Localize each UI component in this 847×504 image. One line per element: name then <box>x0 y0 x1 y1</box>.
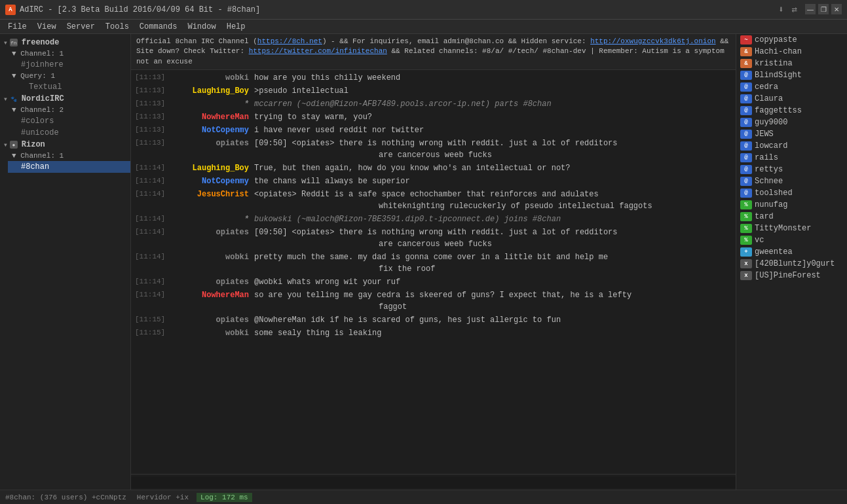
user-badge: @ <box>740 106 752 115</box>
user-badge: @ <box>740 82 752 92</box>
nick[interactable]: Laughing_Boy <box>169 85 254 97</box>
user-name: tard <box>755 212 774 221</box>
chat-line: [11:13] wobki how are you this chilly we… <box>134 71 733 84</box>
message: trying to stay warm, you? <box>254 111 732 123</box>
nick[interactable]: wobki <box>169 72 254 84</box>
window-title: AdIRC - [2.3 Beta Build 2016/04/09 64 Bi… <box>20 5 778 14</box>
user-item[interactable]: @rails <box>736 152 847 164</box>
title-bar: A AdIRC - [2.3 Beta Build 2016/04/09 64 … <box>0 0 847 20</box>
freenode-query-group: ▼ Query: 1 <box>8 71 130 81</box>
nick[interactable]: wobki <box>169 327 254 339</box>
message: the chans will always be superior <box>254 175 732 187</box>
timestamp: [11:13] <box>135 111 169 122</box>
message: @wobki whats wrong wit your ruf <box>254 276 732 288</box>
rizon-icon: ● <box>10 141 18 149</box>
status-channel: #8chan: (376 users) +cCnNptz <box>3 494 129 501</box>
timestamp: [11:15] <box>135 327 169 338</box>
nick[interactable]: wobki <box>169 251 254 263</box>
user-item[interactable]: &Hachi-chan <box>736 46 847 58</box>
nordicirc-channel-group: ▼ Channel: 2 <box>8 105 130 115</box>
topic-link-1[interactable]: https://8ch.net <box>257 37 322 45</box>
user-badge: x <box>740 271 752 280</box>
menu-tools[interactable]: Tools <box>100 21 134 33</box>
user-name: rails <box>755 153 778 162</box>
menu-file[interactable]: File <box>3 21 32 33</box>
chat-line: [11:15] wobki some sealy thing is leakin… <box>134 327 733 340</box>
extra-icon2: ⇄ <box>792 4 797 15</box>
chat-line: [11:13] NotCopenmy i have never used red… <box>134 124 733 137</box>
nick[interactable]: opiates <box>169 314 254 326</box>
timestamp: [11:14] <box>135 175 169 187</box>
nick[interactable]: JesusChrist <box>169 189 254 200</box>
minimize-button[interactable]: — <box>805 4 816 14</box>
user-name: TittyMonster <box>755 224 811 233</box>
nick[interactable]: opiates <box>169 276 254 288</box>
user-item[interactable]: %vc <box>736 234 847 246</box>
topic-link-3[interactable]: https://twitter.com/infinitechan <box>249 47 387 55</box>
user-badge: @ <box>740 165 752 174</box>
user-item[interactable]: x[420Bluntz]y0gurt <box>736 258 847 270</box>
user-badge: @ <box>740 141 752 151</box>
freenode-channel-group: ▼ Channel: 1 <box>8 48 130 59</box>
menu-commands[interactable]: Commands <box>134 21 183 33</box>
user-item[interactable]: %nunufag <box>736 199 847 211</box>
user-name: JEWS <box>755 130 774 139</box>
user-badge: x <box>740 259 752 268</box>
user-item[interactable]: @Claura <box>736 93 847 105</box>
chat-line: [11:14] NowhereMan so are you telling me… <box>134 289 733 314</box>
menu-window[interactable]: Window <box>182 21 221 33</box>
user-item[interactable]: &kristina <box>736 58 847 69</box>
timestamp: [11:14] <box>135 276 169 287</box>
user-name: copypaste <box>755 35 797 45</box>
sidebar-server-rizon[interactable]: ▼ ● Rizon <box>0 139 130 151</box>
nick[interactable]: opiates <box>169 226 254 238</box>
user-item[interactable]: @cedra <box>736 81 847 93</box>
nick[interactable]: Laughing_Boy <box>169 162 254 174</box>
nick[interactable]: opiates <box>169 137 254 149</box>
chat-line: [11:13] NowhereMan trying to stay warm, … <box>134 111 733 124</box>
menu-view[interactable]: View <box>32 21 62 33</box>
menu-help[interactable]: Help <box>221 21 251 33</box>
user-item[interactable]: @faggetttss <box>736 105 847 117</box>
user-name: rettys <box>755 165 783 174</box>
user-item[interactable]: @JEWS <box>736 128 847 140</box>
user-badge: @ <box>740 71 752 80</box>
user-badge: @ <box>740 153 752 162</box>
user-item[interactable]: @guy9000 <box>736 117 847 128</box>
freenode-icon: fn <box>10 39 18 46</box>
channel-8chan[interactable]: #8chan <box>8 161 130 173</box>
query-textual[interactable]: Textual <box>8 81 130 93</box>
user-item[interactable]: @BlindSight <box>736 69 847 81</box>
user-item[interactable]: %TittyMonster <box>736 223 847 234</box>
user-item[interactable]: @lowcard <box>736 140 847 152</box>
sidebar-server-freenode[interactable]: ▼ fn freenode <box>0 37 130 48</box>
message: True, but then again, how do you know wh… <box>254 162 732 174</box>
nick[interactable]: NowhereMan <box>169 289 254 301</box>
nick[interactable]: NowhereMan <box>169 111 254 123</box>
user-item[interactable]: @Schnee <box>736 175 847 187</box>
channel-joinhere[interactable]: #joinhere <box>8 59 130 71</box>
channel-unicode[interactable]: #unicode <box>8 127 130 139</box>
user-badge: @ <box>740 189 752 198</box>
nick[interactable]: NotCopenmy <box>169 124 254 136</box>
sidebar-server-nordicirc[interactable]: ▼ 🐾 NordicIRC <box>0 93 130 105</box>
close-button[interactable]: ✕ <box>831 4 842 14</box>
restore-button[interactable]: ❐ <box>818 4 829 14</box>
user-item[interactable]: %tard <box>736 211 847 223</box>
user-name: gweentea <box>755 247 793 257</box>
nick[interactable]: NotCopenmy <box>169 175 254 187</box>
rizon-label: Rizon <box>22 140 45 149</box>
user-name: Hachi-chan <box>755 47 802 56</box>
user-item[interactable]: x[US]PineForest <box>736 270 847 281</box>
topic-link-2[interactable]: http://oxwugzccvk3dk6tj.onion <box>590 37 715 45</box>
user-item[interactable]: @rettys <box>736 164 847 175</box>
message: bukowski (~maloch@Rizon-7BE3591.dip0.t-i… <box>254 213 732 225</box>
chat-input[interactable] <box>131 477 736 488</box>
menu-server[interactable]: Server <box>62 21 100 33</box>
user-badge: ~ <box>740 35 752 45</box>
user-item[interactable]: ~copypaste <box>736 34 847 46</box>
user-item[interactable]: +gweentea <box>736 246 847 258</box>
channel-colors[interactable]: #colors <box>8 115 130 127</box>
message: [09:50] <opiates> there is nothing wrong… <box>254 137 732 161</box>
user-item[interactable]: @toolshed <box>736 187 847 199</box>
